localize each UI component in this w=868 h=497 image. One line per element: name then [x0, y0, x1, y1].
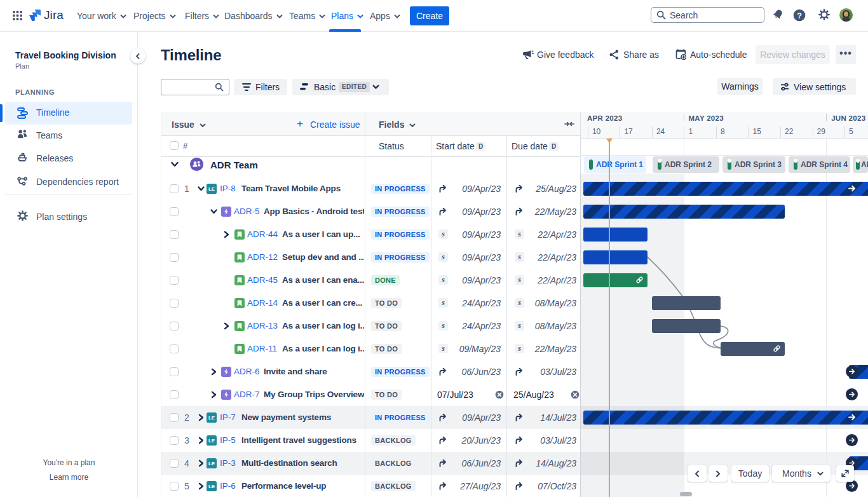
- svg-text:LE: LE: [208, 461, 215, 466]
- svg-text:?: ?: [797, 11, 802, 20]
- svg-text:LE: LE: [208, 415, 215, 421]
- svg-text:LE: LE: [208, 438, 215, 444]
- svg-text:LE: LE: [208, 484, 215, 489]
- svg-text:LE: LE: [208, 186, 215, 192]
